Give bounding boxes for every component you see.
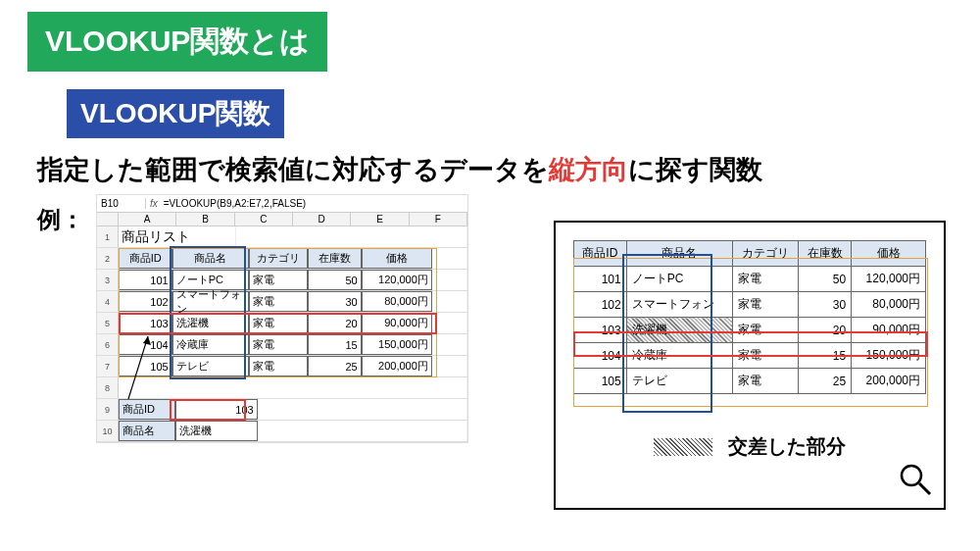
table-cell: 120,000円: [852, 267, 926, 292]
table-cell: 102: [574, 292, 627, 318]
table-cell: 家電: [733, 267, 799, 292]
svg-point-2: [902, 466, 921, 485]
desc-pre: 指定した範囲で検索値に対応するデータを: [37, 155, 549, 184]
desc-red: 縦方向: [549, 155, 628, 184]
table-cell: テレビ: [172, 356, 249, 376]
table-cell: 103: [119, 313, 172, 333]
table-cell: 102: [119, 291, 172, 312]
table-cell: 200,000円: [362, 356, 432, 376]
table-cell: 家電: [733, 318, 799, 343]
hatch-swatch-icon: [654, 438, 712, 456]
table-cell: 103: [574, 318, 627, 343]
table-cell: テレビ: [626, 369, 732, 394]
lookup-name-label: 商品名: [119, 421, 175, 441]
table-cell: 50: [308, 270, 362, 290]
table-cell: スマートフォン: [172, 291, 249, 312]
svg-line-3: [919, 483, 930, 494]
legend: 交差した部分: [556, 433, 944, 460]
formula-text: =VLOOKUP(B9,A2:E7,2,FALSE): [164, 198, 306, 209]
table-cell: 15: [308, 334, 362, 355]
table-cell: 101: [574, 267, 627, 292]
name-box: B10: [97, 198, 146, 209]
table-cell: 洗濯機: [172, 313, 249, 333]
table-cell: ノートPC: [626, 267, 732, 292]
desc-post: に探す関数: [628, 155, 762, 184]
table-cell: 家電: [733, 369, 799, 394]
list-title: 商品リスト: [119, 226, 236, 247]
hdr-id: 商品ID: [119, 248, 172, 269]
table-cell: 150,000円: [362, 334, 432, 355]
right-table: 商品ID 商品名 カテゴリ 在庫数 価格 101ノートPC家電50120,000…: [573, 240, 926, 394]
subtitle: VLOOKUP関数: [67, 89, 284, 138]
r-hdr-cat: カテゴリ: [733, 241, 799, 267]
col-b: B: [176, 213, 234, 225]
r-hdr-stock: 在庫数: [799, 241, 852, 267]
lookup-name-value: 洗濯機: [175, 421, 257, 441]
table-cell: 150,000円: [852, 343, 926, 369]
excel-grid: 1商品リスト 2 商品ID 商品名 カテゴリ 在庫数 価格 3101ノートPC家…: [97, 226, 467, 442]
legend-label: 交差した部分: [728, 433, 846, 460]
table-cell: 家電: [733, 343, 799, 369]
excel-screenshot: B10 fx =VLOOKUP(B9,A2:E7,2,FALSE) A B C …: [96, 194, 468, 443]
table-cell: スマートフォン: [626, 292, 732, 318]
hdr-cat: カテゴリ: [249, 248, 308, 269]
table-cell: 30: [799, 292, 852, 318]
table-cell: 120,000円: [362, 270, 432, 290]
page-title: VLOOKUP関数とは: [27, 12, 327, 72]
hdr-name: 商品名: [172, 248, 249, 269]
table-cell: 20: [308, 313, 362, 333]
table-cell: 30: [308, 291, 362, 312]
formula-bar: B10 fx =VLOOKUP(B9,A2:E7,2,FALSE): [97, 195, 467, 213]
col-c: C: [235, 213, 293, 225]
description: 指定した範囲で検索値に対応するデータを縦方向に探す関数: [37, 152, 980, 187]
table-cell: 105: [574, 369, 627, 394]
table-cell: 101: [119, 270, 172, 290]
right-explanation-panel: 商品ID 商品名 カテゴリ 在庫数 価格 101ノートPC家電50120,000…: [554, 221, 946, 510]
col-a: A: [119, 213, 176, 225]
table-cell: 家電: [249, 291, 308, 312]
table-cell: 家電: [249, 270, 308, 290]
r-hdr-price: 価格: [852, 241, 926, 267]
table-cell: 90,000円: [852, 318, 926, 343]
table-cell: 50: [799, 267, 852, 292]
lookup-id-label: 商品ID: [119, 399, 175, 420]
table-cell: 冷蔵庫: [172, 334, 249, 355]
table-cell: 200,000円: [852, 369, 926, 394]
magnifier-icon: [899, 463, 932, 496]
table-cell: 25: [308, 356, 362, 376]
column-headers: A B C D E F: [97, 213, 467, 226]
hdr-price: 価格: [362, 248, 432, 269]
r-hdr-name: 商品名: [626, 241, 732, 267]
table-cell: 80,000円: [362, 291, 432, 312]
table-cell: 家電: [249, 334, 308, 355]
table-cell: 90,000円: [362, 313, 432, 333]
intersection-cell: 洗濯機: [626, 318, 732, 343]
table-cell: 105: [119, 356, 172, 376]
col-d: D: [293, 213, 351, 225]
col-e: E: [351, 213, 409, 225]
hdr-stock: 在庫数: [308, 248, 362, 269]
table-cell: 104: [119, 334, 172, 355]
col-f: F: [410, 213, 467, 225]
fx-label: fx: [150, 198, 158, 209]
table-cell: 25: [799, 369, 852, 394]
table-cell: 家電: [249, 356, 308, 376]
table-cell: 家電: [249, 313, 308, 333]
table-cell: 20: [799, 318, 852, 343]
example-label: 例：: [37, 204, 84, 235]
table-cell: 15: [799, 343, 852, 369]
table-cell: 80,000円: [852, 292, 926, 318]
r-hdr-id: 商品ID: [574, 241, 627, 267]
table-cell: 家電: [733, 292, 799, 318]
lookup-id-value: 103: [175, 399, 257, 420]
table-cell: 冷蔵庫: [626, 343, 732, 369]
table-cell: 104: [574, 343, 627, 369]
